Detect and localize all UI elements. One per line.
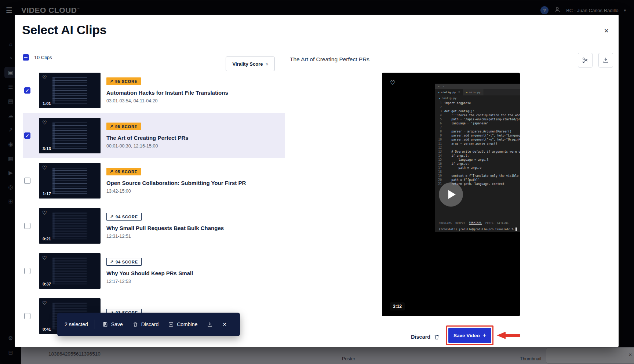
clip-duration: 1:17: [43, 192, 51, 196]
download-icon: [602, 57, 609, 63]
heart-icon[interactable]: ♡: [42, 210, 47, 216]
panel-tab-gitlens[interactable]: GITLENS: [497, 222, 509, 225]
heart-icon[interactable]: ♡: [390, 79, 395, 86]
clip-thumbnail[interactable]: ♡ 0:37: [39, 253, 101, 289]
panel-tab-problems[interactable]: PROBLEMS: [439, 222, 452, 225]
clip-info: ↗ 95 SCORE Open Source Collaboration: Su…: [106, 168, 246, 194]
trending-up-icon: ↗: [110, 169, 113, 174]
combine-icon: [168, 321, 174, 327]
scissors-icon: [582, 57, 589, 63]
app-root: ☰ VIDEO CLOUD™ ? BC - Juan Carlos Radill…: [0, 0, 634, 364]
close-icon[interactable]: ✕: [604, 27, 609, 35]
clip-list-item[interactable]: ♡ 3:13 ↗ 95 SCORE The Art of Creating Pe…: [23, 113, 285, 158]
heart-icon[interactable]: ♡: [42, 165, 47, 171]
save-video-button[interactable]: Save Video +: [448, 328, 491, 343]
clip-checkbox[interactable]: [24, 87, 30, 94]
selection-toolbar: 2 selected Save Discard Combine ✕: [57, 313, 240, 336]
panel-tab-output[interactable]: OUTPUT: [455, 222, 465, 225]
trending-up-icon: ↗: [110, 79, 113, 84]
preview-title: The Art of Creating Perfect PRs: [290, 56, 369, 63]
editor-breadcrumb: ◆ config.py: [435, 95, 520, 101]
trim-button[interactable]: [578, 53, 593, 68]
clip-thumbnail[interactable]: ♡ 3:13: [39, 118, 101, 153]
editor-tab[interactable]: ◆config.py✕: [435, 89, 463, 95]
clip-duration: 1:01: [43, 101, 51, 106]
terminal-cursor: [515, 228, 517, 231]
clip-title: Automation Hacks for Instant File Transl…: [106, 90, 228, 96]
video-preview[interactable]: ♡ ← → ◆config.py✕◆main.py ◆ config.py 1i…: [382, 73, 520, 316]
clip-info: ↗ 95 SCORE Automation Hacks for Instant …: [106, 77, 228, 103]
thumbnail-image: [52, 168, 87, 194]
clip-list-item[interactable]: ♡ 1:17 ↗ 95 SCORE Open Source Collaborat…: [23, 158, 285, 203]
clip-thumbnail[interactable]: ♡ 0:21: [39, 208, 101, 244]
play-button[interactable]: [439, 182, 463, 207]
clip-list-item[interactable]: ♡ 0:37 ↗ 94 SCORE Why You Should Keep PR…: [23, 248, 285, 294]
clip-checkbox[interactable]: [24, 223, 30, 229]
toolbar-download-button[interactable]: [207, 321, 213, 327]
clip-list: ♡ 1:01 ↗ 95 SCORE Automation Hacks for I…: [23, 68, 285, 339]
virality-score-badge: ↗ 94 SCORE: [106, 258, 142, 266]
clip-thumbnail[interactable]: ♡ 1:01: [39, 73, 101, 108]
clip-list-header: 10 Clips: [23, 50, 52, 65]
virality-score-badge: ↗ 95 SCORE: [106, 77, 141, 85]
clip-info: ↗ 94 SCORE Why Small Pull Requests Beat …: [106, 213, 224, 239]
heart-icon[interactable]: ♡: [42, 255, 47, 261]
toolbar-combine-button[interactable]: Combine: [168, 321, 197, 327]
clip-thumbnail[interactable]: ♡ 1:17: [39, 163, 101, 199]
clip-duration: 0:37: [43, 282, 51, 286]
clip-checkbox[interactable]: [24, 132, 30, 139]
annotation-highlight-box: Save Video +: [446, 325, 493, 345]
thumbnail-image: [52, 77, 87, 104]
divider: [95, 320, 95, 329]
clip-times: 12:31-12:51: [106, 234, 131, 239]
toolbar-save-button[interactable]: Save: [102, 321, 123, 327]
video-frame-editor: ← → ◆config.py✕◆main.py ◆ config.py 1imp…: [435, 84, 520, 232]
panel-tab-ports[interactable]: PORTS: [485, 222, 493, 225]
clip-title: Why Small Pull Requests Beat Bulk Change…: [106, 225, 224, 231]
trash-icon: [132, 321, 138, 327]
clip-title: The Art of Creating Perfect PRs: [106, 135, 189, 141]
clip-duration: 0:41: [43, 327, 51, 331]
discard-button[interactable]: Discard: [411, 330, 440, 344]
heart-icon[interactable]: ♡: [42, 300, 47, 306]
trash-icon: [434, 334, 440, 340]
clip-duration: 0:21: [43, 237, 51, 241]
clip-times: 00:01-00:30, 12:16-15:00: [106, 143, 158, 149]
clip-checkbox[interactable]: [24, 178, 30, 184]
modal-title: Select AI Clips: [22, 23, 106, 37]
toolbar-discard-button[interactable]: Discard: [132, 321, 158, 327]
plus-icon: +: [483, 332, 486, 339]
clip-checkbox[interactable]: [24, 268, 30, 274]
select-all-checkbox[interactable]: [23, 54, 29, 61]
selected-count: 2 selected: [65, 321, 88, 327]
editor-tabs: ◆config.py✕◆main.py: [435, 89, 520, 95]
heart-icon[interactable]: ♡: [42, 120, 47, 125]
clip-info: ↗ 94 SCORE Why You Should Keep PRs Small…: [106, 258, 193, 284]
play-icon: [448, 190, 456, 199]
trending-up-icon: ↗: [110, 259, 114, 264]
heart-icon[interactable]: ♡: [42, 74, 47, 80]
editor-terminal: (translate) jradillo@jradillo-pro transl…: [435, 226, 520, 232]
clip-duration: 3:13: [43, 146, 51, 151]
virality-score-badge: ↗ 94 SCORE: [106, 213, 142, 221]
download-button[interactable]: [598, 53, 613, 68]
editor-tab[interactable]: ◆main.py: [463, 89, 484, 95]
trending-up-icon: ↗: [110, 214, 114, 219]
virality-score-badge: ↗ 95 SCORE: [106, 168, 141, 175]
clip-times: 03:01-03:54, 04:11-04:20: [106, 98, 157, 103]
file-icon: ◆: [439, 97, 440, 99]
clip-times: 13:42-15:00: [106, 189, 131, 194]
panel-tab-terminal[interactable]: TERMINAL: [469, 221, 482, 225]
clip-info: ↗ 95 SCORE The Art of Creating Perfect P…: [106, 123, 189, 149]
video-timestamp: 3:12: [390, 302, 405, 310]
editor-panel-tabs: PROBLEMSOUTPUTTERMINALPORTSGITLENS: [435, 220, 520, 226]
thumbnail-image: [52, 123, 87, 149]
clip-times: 12:17-12:53: [106, 279, 131, 284]
clip-title: Open Source Collaboration: Submitting Yo…: [106, 180, 246, 186]
select-ai-clips-modal: ✕ Select AI Clips 10 Clips Virality Scor…: [15, 15, 619, 347]
clip-list-item[interactable]: ♡ 1:01 ↗ 95 SCORE Automation Hacks for I…: [23, 68, 285, 113]
clip-list-item[interactable]: ♡ 0:21 ↗ 94 SCORE Why Small Pull Request…: [23, 203, 285, 248]
save-icon: [102, 321, 108, 327]
toolbar-close-button[interactable]: ✕: [222, 321, 227, 327]
clip-checkbox[interactable]: [24, 313, 30, 319]
